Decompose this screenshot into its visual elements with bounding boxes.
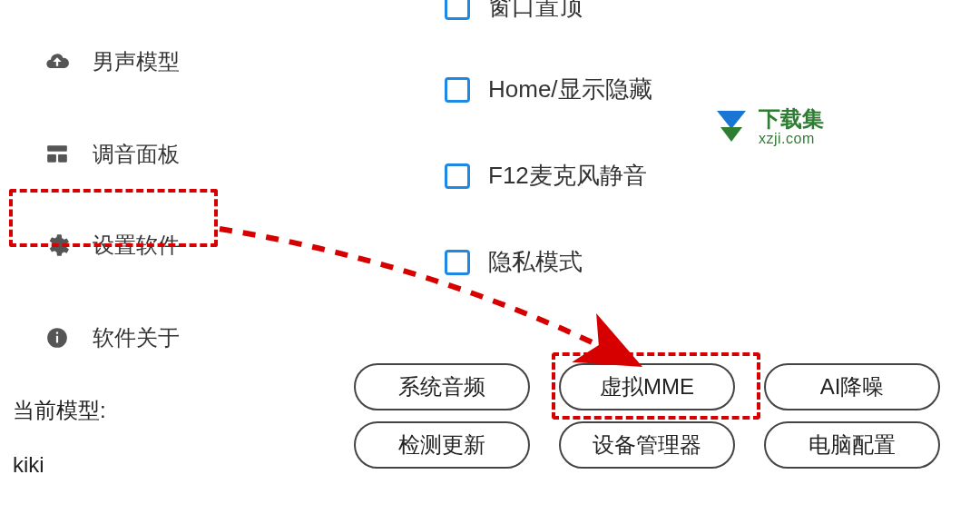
button-device-mgr[interactable]: 设备管理器 — [559, 421, 735, 469]
checkbox-icon — [445, 250, 470, 275]
button-row-2: 检测更新 设备管理器 电脑配置 — [354, 421, 940, 469]
sidebar-label-male: 男声模型 — [93, 47, 180, 76]
sidebar: 男声模型 调音面板 设置软件 软件关于 — [27, 0, 196, 367]
checkbox-f12-mute[interactable]: F12麦克风静音 — [445, 160, 652, 192]
checkbox-icon — [445, 0, 470, 20]
button-check-update[interactable]: 检测更新 — [354, 421, 530, 469]
button-virtual-mme[interactable]: 虚拟MME — [559, 363, 735, 410]
gear-icon — [44, 232, 71, 258]
watermark: 下载集 xzji.com — [713, 107, 824, 147]
svg-rect-1 — [47, 154, 56, 163]
current-model-label: 当前模型: — [13, 396, 106, 425]
button-ai-denoise[interactable]: AI降噪 — [764, 363, 940, 410]
sidebar-item-settings[interactable]: 设置软件 — [27, 216, 196, 274]
button-system-audio[interactable]: 系统音频 — [354, 363, 530, 410]
checkbox-icon — [445, 77, 470, 103]
sidebar-label-tuning: 调音面板 — [93, 140, 180, 169]
svg-rect-0 — [47, 145, 67, 152]
sidebar-label-about: 软件关于 — [93, 323, 180, 352]
sidebar-item-tuning[interactable]: 调音面板 — [27, 125, 196, 183]
button-pc-config[interactable]: 电脑配置 — [764, 421, 940, 469]
watermark-text: 下载集 xzji.com — [759, 107, 824, 147]
svg-rect-2 — [58, 154, 67, 163]
current-model: 当前模型: kiki — [13, 396, 106, 478]
svg-rect-5 — [56, 332, 58, 334]
checkbox-window-top[interactable]: 窗口置顶 — [445, 0, 652, 23]
checkbox-label-window-top: 窗口置顶 — [488, 0, 583, 23]
watermark-cn: 下载集 — [759, 107, 824, 131]
sidebar-item-about[interactable]: 软件关于 — [27, 309, 196, 367]
checkbox-privacy[interactable]: 隐私模式 — [445, 246, 652, 278]
cloud-download-icon — [44, 49, 71, 74]
sidebar-item-male-model[interactable]: 男声模型 — [27, 33, 196, 91]
info-icon — [44, 326, 71, 350]
checkbox-icon — [445, 163, 470, 189]
checkbox-label-f12: F12麦克风静音 — [488, 160, 647, 192]
checkbox-label-privacy: 隐私模式 — [488, 246, 583, 278]
watermark-en: xzji.com — [759, 131, 824, 147]
svg-rect-4 — [56, 336, 58, 343]
checkbox-group: 窗口置顶 Home/显示隐藏 F12麦克风静音 隐私模式 — [445, 0, 652, 278]
sidebar-label-settings: 设置软件 — [93, 231, 180, 260]
download-arrow-icon — [713, 109, 750, 145]
current-model-name: kiki — [13, 452, 106, 478]
button-row-1: 系统音频 虚拟MME AI降噪 — [354, 363, 940, 410]
checkbox-label-home: Home/显示隐藏 — [488, 74, 652, 105]
panel-icon — [44, 143, 71, 166]
checkbox-home-toggle[interactable]: Home/显示隐藏 — [445, 74, 652, 105]
